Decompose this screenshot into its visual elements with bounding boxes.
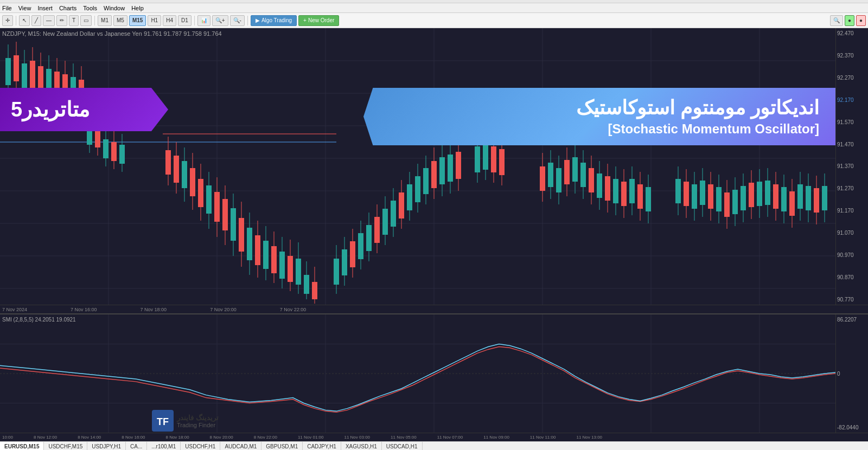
banner-right: اندیکاتور مومنتوم استوکاستیک [Stochastic… (363, 88, 835, 145)
svg-rect-156 (684, 182, 689, 206)
sep1 (16, 16, 16, 25)
tf-h1[interactable]: H1 (148, 15, 161, 26)
text-tool[interactable]: T (69, 15, 79, 26)
main-chart[interactable]: NZDJPY, M15: New Zealand Dollar vs Japan… (0, 28, 868, 305)
svg-rect-54 (190, 168, 195, 196)
price-level-2: 92.370 (837, 53, 867, 59)
svg-rect-24 (30, 61, 35, 89)
svg-rect-138 (589, 168, 594, 192)
tab-audcad[interactable]: AUDCAD,M1 (220, 442, 261, 450)
menu-window[interactable]: Window (104, 5, 125, 11)
svg-rect-152 (646, 187, 651, 211)
tab-usdcad[interactable]: USDCAD,H1 (382, 442, 423, 450)
candlestick-chart (0, 28, 835, 305)
zoom-out[interactable]: 🔍- (230, 15, 245, 26)
smi-chart (0, 314, 835, 433)
tf-d1[interactable]: D1 (178, 15, 192, 26)
svg-rect-154 (675, 179, 681, 203)
chart-label: NZDJPY, M15: New Zealand Dollar vs Japan… (2, 30, 222, 37)
svg-rect-106 (415, 176, 420, 202)
hline-tool[interactable]: — (43, 15, 55, 26)
menu-tools[interactable]: Tools (83, 5, 97, 11)
tab-usdchf-h1[interactable]: USDCHF,H1 (181, 442, 220, 450)
menu-view[interactable]: View (18, 5, 31, 11)
sep4 (247, 16, 248, 25)
svg-rect-104 (407, 184, 412, 210)
tab-eurusd[interactable]: EURUSD,M15 (0, 442, 44, 450)
tf-m1[interactable]: M1 (98, 15, 112, 26)
svg-rect-74 (271, 246, 277, 273)
tab-gbpusd[interactable]: GBPUSD,M1 (261, 442, 303, 450)
svg-rect-52 (182, 161, 187, 188)
zoom-in[interactable]: 🔍+ (212, 15, 228, 26)
svg-rect-88 (342, 249, 347, 275)
price-level-10: 91.070 (837, 230, 867, 236)
smi-label: SMI (2,8,5,5) 24.2051 19.0921 (2, 317, 76, 323)
svg-rect-130 (556, 168, 561, 192)
svg-rect-176 (765, 181, 770, 205)
tab-r100[interactable]: ...r100,M1 (147, 442, 181, 450)
algo-trading-button[interactable]: ▶ Algo Trading (251, 15, 297, 26)
smi-axis: 86.2207 0 -82.0440 (835, 314, 868, 433)
pen-tool[interactable]: ✏ (56, 15, 67, 26)
svg-rect-76 (279, 252, 285, 279)
svg-rect-102 (399, 192, 404, 218)
svg-rect-100 (391, 201, 396, 227)
watermark: TF تریدینگ فایندر Trading Finder (152, 410, 219, 432)
svg-rect-84 (312, 282, 317, 299)
tab-ca[interactable]: CA... (126, 442, 147, 450)
rectangle-tool[interactable]: ▭ (80, 15, 92, 26)
svg-rect-60 (214, 192, 220, 222)
svg-rect-164 (716, 187, 722, 211)
menu-charts[interactable]: Charts (59, 5, 76, 11)
price-level-6: 91.470 (837, 142, 867, 147)
smi-level-1: 86.2207 (837, 317, 867, 323)
svg-rect-186 (806, 186, 811, 210)
tf-m5[interactable]: M5 (113, 15, 127, 26)
svg-rect-148 (629, 179, 635, 203)
svg-rect-118 (475, 146, 480, 172)
tab-usdjpy[interactable]: USDJPY,H1 (87, 442, 126, 450)
menu-insert[interactable]: Insert (37, 5, 53, 11)
new-order-button[interactable]: + New Order (298, 15, 339, 26)
indicator-red[interactable]: ● (856, 15, 866, 26)
sep3 (194, 16, 195, 25)
toolbar: ✛ ↖ ╱ — ✏ T ▭ M1 M5 M15 H1 H4 D1 📊 🔍+ 🔍-… (0, 13, 868, 28)
line-tool[interactable]: ╱ (31, 15, 41, 26)
tab-xagusd[interactable]: XAGUSD,H1 (341, 442, 382, 450)
svg-rect-18 (5, 58, 11, 85)
svg-rect-142 (605, 176, 610, 201)
svg-rect-86 (334, 259, 339, 285)
time-label-2: 7 Nov 16:00 (71, 307, 97, 312)
svg-rect-168 (732, 190, 738, 214)
zoom-tool[interactable]: 🔍 (830, 15, 843, 26)
crosshair-tool[interactable]: ✛ (2, 15, 13, 26)
sep2 (94, 16, 95, 25)
indicator-green[interactable]: ● (845, 15, 854, 26)
tab-cadjpy[interactable]: CADJPY,H1 (303, 442, 341, 450)
price-level-9: 91.170 (837, 208, 867, 214)
tf-m15[interactable]: M15 (129, 15, 146, 26)
menu-help[interactable]: Help (131, 5, 144, 11)
svg-rect-184 (797, 184, 803, 209)
algo-icon: ▶ (256, 17, 260, 23)
chart-container: NZDJPY, M15: New Zealand Dollar vs Japan… (0, 28, 868, 441)
svg-rect-188 (814, 188, 819, 213)
chart-type[interactable]: 📊 (197, 15, 210, 26)
tf-h4[interactable]: H4 (163, 15, 176, 26)
svg-rect-140 (597, 173, 602, 198)
svg-rect-82 (304, 275, 309, 294)
svg-rect-22 (22, 63, 27, 88)
candles-left (5, 42, 827, 304)
smi-level-2: 0 (837, 371, 867, 377)
tab-usdchf[interactable]: USDCHF,M15 (44, 442, 87, 450)
svg-rect-144 (613, 179, 618, 203)
svg-rect-56 (198, 179, 203, 207)
svg-rect-110 (431, 161, 437, 188)
price-level-12: 90.870 (837, 274, 867, 280)
arrow-tool[interactable]: ↖ (19, 15, 30, 26)
svg-rect-108 (423, 168, 429, 194)
time-label-5: 7 Nov 22:00 (280, 307, 307, 312)
banner-right-title-en: [Stochastic Momentum Oscillator] (380, 121, 819, 137)
menu-file[interactable]: File (2, 5, 12, 11)
